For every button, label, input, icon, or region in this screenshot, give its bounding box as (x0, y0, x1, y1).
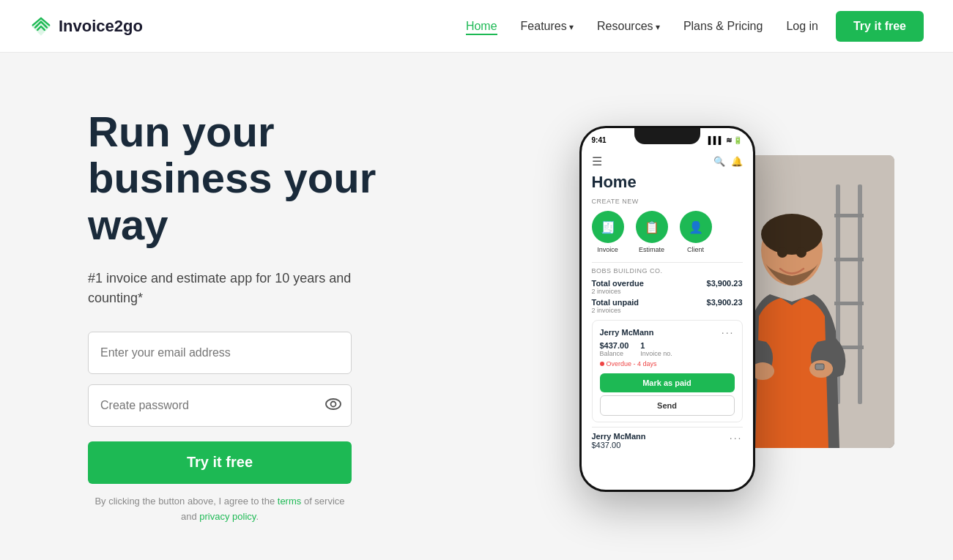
svg-rect-6 (834, 214, 864, 217)
phone-overdue-sublabel: 2 invoices (592, 288, 644, 295)
phone-icons-row: 🧾 Invoice 📋 Estimate 👤 Client (592, 211, 743, 253)
nav-home[interactable]: Home (466, 20, 497, 35)
nav-pricing[interactable]: Plans & Pricing (683, 20, 763, 32)
phone-unpaid-amount: $3,900.23 (707, 298, 743, 314)
nav-cta-button[interactable]: Try it free (836, 11, 924, 42)
phone-stat-unpaid-row: Total unpaid 2 invoices $3,900.23 (592, 298, 743, 314)
phone-balance-value: $437.00 (600, 341, 629, 350)
phone-create-new-label: CREATE NEW (592, 198, 743, 205)
nav-features[interactable]: Features (521, 20, 574, 32)
phone-unpaid-label: Total unpaid (592, 298, 639, 307)
phone-card2-name: Jerry McMann (592, 432, 646, 441)
phone-overdue-text: Overdue - 4 days (607, 360, 657, 367)
phone-overdue-amount: $3,900.23 (707, 279, 743, 295)
phone-search-bell-icons: 🔍 🔔 (713, 156, 743, 167)
phone-card2-dots-icon: ··· (730, 432, 743, 449)
try-free-button[interactable]: Try it free (88, 441, 352, 484)
phone-client-icon: 👤 (680, 211, 712, 243)
phone-notch (634, 128, 700, 144)
password-wrap (88, 384, 352, 427)
phone-invoice-num-value: 1 (640, 341, 672, 350)
logo-icon (29, 15, 53, 38)
svg-point-11 (761, 214, 823, 255)
phone-bell-icon: 🔔 (731, 156, 743, 167)
logo-text: Invoice2go (59, 17, 143, 36)
phone-company-name: BOBS BUILDING CO. (592, 267, 743, 275)
phone-stat-overdue-row: Total overdue 2 invoices $3,900.23 (592, 279, 743, 295)
navbar: Invoice2go Home Features Resources Plans… (0, 0, 953, 53)
svg-point-15 (796, 247, 806, 258)
phone-nav-bar: ☰ 🔍 🔔 (592, 154, 743, 168)
eye-icon[interactable] (325, 398, 341, 413)
terms-text: By clicking the button above, I agree to… (88, 494, 352, 525)
phone-client-icon-item: 👤 Client (680, 211, 712, 253)
phone-divider1 (592, 262, 743, 263)
terms-link[interactable]: terms (278, 496, 302, 507)
logo-link[interactable]: Invoice2go (29, 15, 143, 38)
phone-client-card2: Jerry McMann $437.00 ··· (592, 427, 743, 454)
phone-card-header: Jerry McMann ··· (600, 326, 735, 338)
hero-right: 9:41 ▌▌▌ ≋ 🔋 ☰ 🔍 🔔 Home CREATE NEW 🧾 (440, 97, 924, 536)
phone-unpaid-sublabel: 2 invoices (592, 307, 639, 314)
svg-rect-16 (815, 364, 824, 370)
password-input[interactable] (88, 384, 352, 427)
phone-invoice-icon-item: 🧾 Invoice (592, 211, 624, 253)
phone-balance-item: $437.00 Balance (600, 341, 629, 357)
phone-search-icon: 🔍 (713, 156, 725, 167)
svg-point-1 (326, 399, 341, 409)
phone-invoice-label: Invoice (597, 246, 618, 253)
nav-resources[interactable]: Resources (597, 20, 660, 32)
phone-overdue-label: Total overdue (592, 279, 644, 288)
hero-left: Run your business your way #1 invoice an… (88, 108, 396, 525)
phone-screen: ☰ 🔍 🔔 Home CREATE NEW 🧾 Invoice 📋 E (582, 149, 753, 490)
phone-estimate-icon-item: 📋 Estimate (636, 211, 668, 253)
nav-login[interactable]: Log in (786, 20, 818, 33)
phone-overdue-badge: Overdue - 4 days (600, 360, 735, 367)
phone-invoice-num-item: 1 Invoice no. (640, 341, 672, 357)
phone-time: 9:41 (592, 136, 607, 144)
phone-card2-amount: $437.00 (592, 441, 646, 449)
phone-estimate-label: Estimate (639, 246, 664, 253)
phone-client-card: Jerry McMann ··· $437.00 Balance 1 Invoi… (592, 320, 743, 422)
phone-hamburger-icon: ☰ (592, 154, 602, 168)
email-form-group (88, 332, 396, 374)
hero-section: Run your business your way #1 invoice an… (0, 53, 953, 560)
phone-invoice-icon: 🧾 (592, 211, 624, 243)
email-input[interactable] (88, 332, 352, 374)
phone-card-details: $437.00 Balance 1 Invoice no. (600, 341, 735, 357)
phone-balance-label: Balance (600, 350, 629, 357)
svg-rect-8 (834, 302, 864, 305)
nav-links: Home Features Resources Plans & Pricing (466, 20, 763, 33)
svg-rect-7 (834, 258, 864, 261)
phone-signals: ▌▌▌ ≋ 🔋 (708, 136, 743, 144)
svg-point-2 (331, 401, 336, 406)
phone-card-name: Jerry McMann (600, 328, 654, 337)
hero-subtitle: #1 invoice and estimate app for 10 years… (88, 269, 396, 308)
hero-title: Run your business your way (88, 108, 396, 248)
phone-overdue-dot (600, 362, 604, 366)
privacy-link[interactable]: privacy policy (199, 511, 256, 522)
phone-send-button[interactable]: Send (600, 395, 735, 416)
phone-home-title: Home (592, 173, 743, 192)
phone-mockup: 9:41 ▌▌▌ ≋ 🔋 ☰ 🔍 🔔 Home CREATE NEW 🧾 (579, 126, 755, 492)
phone-mark-paid-button[interactable]: Mark as paid (600, 373, 735, 392)
phone-client-label: Client (687, 246, 704, 253)
password-form-group (88, 384, 396, 427)
phone-estimate-icon: 📋 (636, 211, 668, 243)
phone-card-dots-icon: ··· (722, 326, 735, 338)
phone-invoice-num-label: Invoice no. (640, 350, 672, 357)
svg-point-14 (777, 247, 787, 258)
